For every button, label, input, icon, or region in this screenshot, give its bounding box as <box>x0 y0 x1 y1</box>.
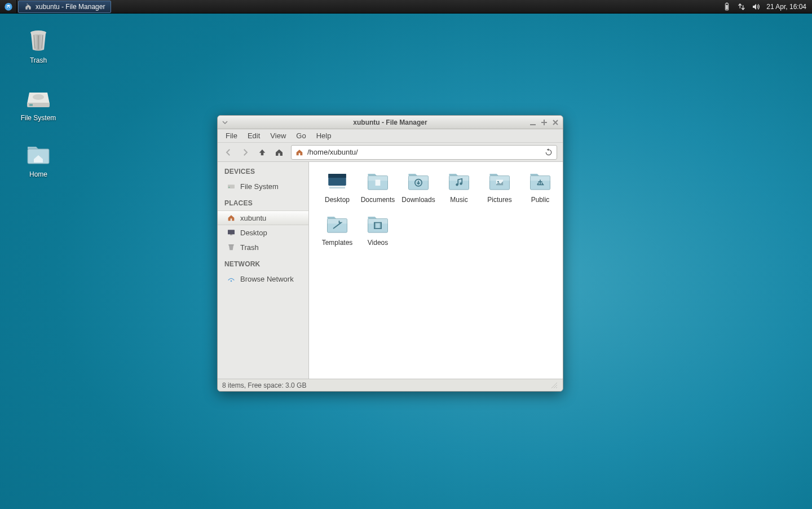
drive-icon <box>227 182 236 191</box>
up-button[interactable] <box>255 145 270 160</box>
svg-rect-19 <box>230 234 232 235</box>
svg-rect-8 <box>29 104 33 106</box>
menu-view[interactable]: View <box>266 130 290 141</box>
refresh-icon[interactable] <box>544 148 553 157</box>
home-icon <box>227 213 236 222</box>
folder-label: Desktop <box>325 196 350 204</box>
folder-label: Music <box>450 196 467 204</box>
taskbar-item-label: xubuntu - File Manager <box>36 3 105 11</box>
svg-rect-17 <box>228 187 230 187</box>
public-folder-icon <box>527 170 554 194</box>
status-bar: 8 items, Free space: 3.0 GB <box>218 379 563 391</box>
svg-rect-15 <box>530 124 536 125</box>
sidebar-item-file-system[interactable]: File System <box>218 179 308 194</box>
svg-point-28 <box>460 182 462 185</box>
panel-clock[interactable]: 21 Apr, 16:04 <box>766 3 806 11</box>
icon-view[interactable]: Desktop Documents Downloads Music Pictur… <box>309 162 563 379</box>
svg-point-9 <box>33 94 44 100</box>
desktop-icon-file-system[interactable]: File System <box>10 85 67 122</box>
sidebar-item-label: Browse Network <box>240 275 294 283</box>
folder-label: Public <box>531 196 550 204</box>
network-icon[interactable] <box>737 2 746 11</box>
sidebar-item-trash[interactable]: Trash <box>218 240 308 254</box>
svg-rect-23 <box>328 174 346 178</box>
folder-label: Downloads <box>401 196 435 204</box>
folder-videos[interactable]: Videos <box>358 213 398 247</box>
path-home-icon <box>295 148 304 157</box>
menu-edit[interactable]: Edit <box>243 130 264 141</box>
desktop-icon-label: Trash <box>30 56 47 64</box>
close-button[interactable] <box>551 119 559 126</box>
svg-point-1 <box>7 6 8 7</box>
resize-grip-icon[interactable] <box>550 381 558 389</box>
documents-folder-icon <box>364 170 391 194</box>
folder-label: Videos <box>368 239 388 247</box>
svg-rect-18 <box>228 230 235 234</box>
sidebar: DEVICES File System PLACES xubuntu Deskt… <box>218 162 309 379</box>
sidebar-item-label: File System <box>240 182 279 191</box>
svg-rect-20 <box>228 244 233 245</box>
folder-desktop[interactable]: Desktop <box>317 170 358 204</box>
videos-folder-icon <box>364 213 391 236</box>
svg-point-27 <box>456 183 458 186</box>
battery-icon[interactable] <box>722 2 731 11</box>
sidebar-item-label: Desktop <box>240 229 267 237</box>
templates-folder-icon <box>324 213 351 236</box>
folder-documents[interactable]: Documents <box>358 170 398 204</box>
back-button[interactable] <box>221 145 236 160</box>
svg-point-21 <box>231 280 232 282</box>
folder-label: Templates <box>322 239 353 247</box>
volume-icon[interactable] <box>752 2 761 11</box>
folder-downloads[interactable]: Downloads <box>398 170 439 204</box>
forward-button[interactable] <box>238 145 253 160</box>
svg-rect-16 <box>228 185 235 188</box>
sidebar-item-browse-network[interactable]: Browse Network <box>218 271 308 286</box>
network-icon <box>227 274 236 283</box>
window-title: xubuntu - File Manager <box>218 119 563 126</box>
menubar: File Edit View Go Help <box>218 129 563 143</box>
desktop-icon-trash[interactable]: Trash <box>10 27 67 64</box>
file-manager-window: xubuntu - File Manager File Edit View Go… <box>217 115 563 392</box>
taskbar-item-file-manager[interactable]: xubuntu - File Manager <box>18 1 111 13</box>
maximize-button[interactable] <box>540 119 548 126</box>
home-icon <box>24 3 32 11</box>
sidebar-item-xubuntu[interactable]: xubuntu <box>218 210 308 225</box>
sidebar-header-places: PLACES <box>218 194 308 210</box>
svg-point-2 <box>9 6 10 7</box>
path-bar[interactable]: /home/xubuntu/ <box>291 145 557 160</box>
svg-rect-25 <box>376 180 381 186</box>
desktop-folder-icon <box>324 170 351 194</box>
desktop-icon-home[interactable]: Home <box>10 141 67 178</box>
menu-go[interactable]: Go <box>292 130 310 141</box>
home-button[interactable] <box>272 145 286 160</box>
sidebar-header-devices: DEVICES <box>218 162 308 179</box>
minimize-button[interactable] <box>529 119 537 126</box>
folder-templates[interactable]: Templates <box>317 213 358 247</box>
whisker-menu-button[interactable] <box>0 0 17 14</box>
svg-rect-32 <box>374 223 376 229</box>
menu-file[interactable]: File <box>221 130 242 141</box>
folder-music[interactable]: Music <box>439 170 479 204</box>
desktop-icon-label: File System <box>21 114 56 122</box>
window-titlebar[interactable]: xubuntu - File Manager <box>218 116 563 129</box>
sidebar-item-desktop[interactable]: Desktop <box>218 225 308 240</box>
sidebar-header-network: NETWORK <box>218 254 308 271</box>
svg-rect-4 <box>726 2 728 3</box>
folder-public[interactable]: Public <box>520 170 561 204</box>
path-text: /home/xubuntu/ <box>307 148 358 156</box>
folder-label: Documents <box>361 196 395 204</box>
toolbar: /home/xubuntu/ <box>218 143 563 162</box>
trash-icon <box>25 27 52 54</box>
desktop-icon <box>227 228 236 237</box>
drive-icon <box>25 85 52 112</box>
music-folder-icon <box>445 170 473 194</box>
folder-label: Pictures <box>487 196 511 204</box>
folder-pictures[interactable]: Pictures <box>479 170 520 204</box>
top-panel: xubuntu - File Manager 21 Apr, 16:04 <box>0 0 812 14</box>
desktop-icon-label: Home <box>29 170 47 178</box>
home-folder-icon <box>25 141 52 168</box>
menu-help[interactable]: Help <box>312 130 336 141</box>
svg-rect-24 <box>329 187 345 189</box>
sidebar-item-label: Trash <box>240 243 259 252</box>
sidebar-item-label: xubuntu <box>240 214 266 222</box>
